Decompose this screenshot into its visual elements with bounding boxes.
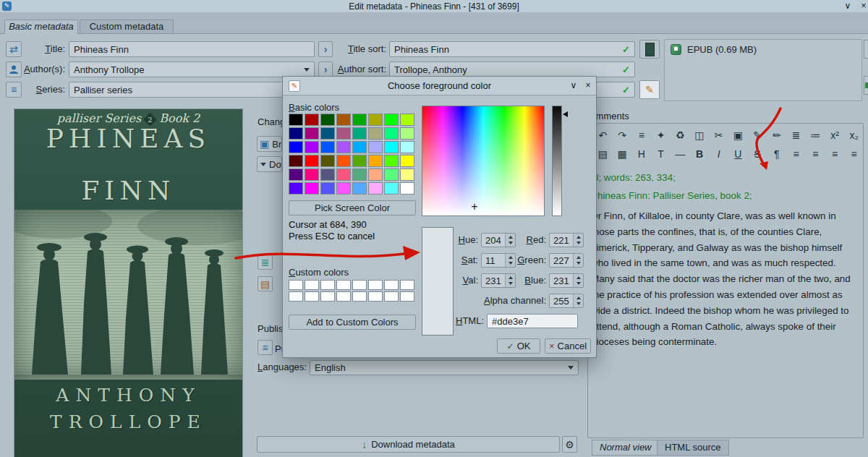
paste-icon[interactable]: ▣: [728, 127, 748, 143]
basic-color-swatch[interactable]: [305, 182, 319, 195]
custom-color-swatch[interactable]: [305, 280, 319, 290]
title-input[interactable]: Phineas Finn: [69, 41, 315, 57]
format-epub-row[interactable]: EPUB (0.69 MB): [665, 40, 861, 59]
basic-color-swatch[interactable]: [336, 141, 351, 153]
pencil-edit-button[interactable]: ✎: [639, 80, 660, 99]
custom-color-swatch[interactable]: [336, 291, 351, 302]
basic-color-swatch[interactable]: [320, 155, 335, 167]
subscript-icon[interactable]: x₂: [844, 127, 864, 143]
horizontal-rule-icon[interactable]: —: [671, 145, 690, 162]
custom-color-swatch[interactable]: [400, 291, 414, 302]
basic-color-swatch[interactable]: [305, 155, 319, 167]
foreground-color-icon[interactable]: ✎: [748, 127, 767, 143]
paragraph-icon[interactable]: ¶: [767, 145, 786, 162]
custom-color-swatch[interactable]: [368, 280, 383, 290]
change-case-icon[interactable]: T: [651, 145, 671, 162]
cancel-button[interactable]: × Cancel: [545, 338, 591, 354]
basic-color-swatch[interactable]: [289, 141, 303, 153]
html-input[interactable]: #dde3e7: [487, 314, 578, 328]
align-justify-icon[interactable]: ≡: [844, 145, 864, 162]
basic-color-swatch[interactable]: [352, 168, 367, 181]
basic-color-swatch[interactable]: [384, 168, 399, 181]
tab-normal-view[interactable]: Normal view: [592, 440, 660, 456]
hue-spinbox[interactable]: 204: [481, 233, 516, 247]
tab-basic-metadata[interactable]: Basic metadata: [4, 20, 78, 34]
close-dialog-button[interactable]: ×: [582, 80, 594, 91]
basic-color-swatch[interactable]: [289, 168, 303, 181]
basic-color-swatch[interactable]: [352, 155, 367, 167]
basic-color-swatch[interactable]: [384, 141, 399, 153]
basic-color-swatch[interactable]: [400, 141, 414, 153]
hue-spin-arrows[interactable]: [505, 234, 515, 247]
configure-download-button[interactable]: ⚙: [562, 436, 577, 453]
custom-color-swatch[interactable]: [352, 291, 367, 302]
value-slider[interactable]: [552, 106, 562, 216]
basic-color-swatch[interactable]: [289, 155, 303, 167]
metadata-tool-button-2[interactable]: ▤: [258, 276, 273, 291]
swap-title-author-button[interactable]: ⇄: [6, 41, 22, 57]
red-spin-arrows[interactable]: [573, 234, 583, 247]
blue-spinbox[interactable]: 231: [549, 273, 584, 288]
strikethrough-icon[interactable]: S: [748, 145, 767, 162]
basic-color-swatch[interactable]: [289, 182, 303, 195]
cover-thumbnail-button[interactable]: [639, 40, 660, 59]
copy-icon[interactable]: ◫: [690, 127, 710, 143]
sat-spinbox[interactable]: 11: [481, 253, 516, 268]
basic-color-swatch[interactable]: [368, 127, 383, 140]
red-spinbox[interactable]: 221: [549, 233, 584, 247]
basic-color-swatch[interactable]: [384, 114, 399, 126]
cut-icon[interactable]: ✂: [709, 127, 728, 143]
custom-color-swatch[interactable]: [352, 280, 367, 290]
format-tool-button-clipped[interactable]: [864, 40, 868, 59]
align-left-icon[interactable]: ≡: [786, 145, 806, 162]
tab-html-source[interactable]: HTML source: [657, 440, 729, 456]
background-color-icon[interactable]: ✏: [767, 127, 786, 143]
basic-color-swatch[interactable]: [400, 127, 414, 140]
bullet-list-icon[interactable]: ≔: [806, 127, 825, 143]
val-spinbox[interactable]: 231: [481, 273, 516, 288]
basic-color-swatch[interactable]: [336, 168, 351, 181]
basic-color-swatch[interactable]: [368, 168, 383, 181]
custom-color-swatch[interactable]: [320, 280, 335, 290]
basic-color-swatch[interactable]: [336, 114, 351, 126]
alpha-spin-arrows[interactable]: [573, 294, 583, 307]
green-spin-arrows[interactable]: [573, 254, 583, 267]
add-to-custom-colors-button[interactable]: Add to Custom Colors: [289, 315, 416, 330]
basic-color-swatch[interactable]: [305, 114, 319, 126]
basic-color-swatch[interactable]: [305, 141, 319, 153]
green-spinbox[interactable]: 227: [549, 253, 584, 268]
shade-window-button[interactable]: ∨: [842, 1, 854, 12]
basic-color-swatch[interactable]: [320, 182, 335, 195]
basic-color-swatch[interactable]: [336, 155, 351, 167]
bold-icon[interactable]: B: [690, 145, 710, 162]
ordered-list-icon[interactable]: ≣: [786, 127, 806, 143]
select-all-icon[interactable]: ≡: [631, 127, 651, 143]
basic-color-swatch[interactable]: [400, 168, 414, 181]
align-right-icon[interactable]: ≡: [825, 145, 845, 162]
superscript-icon[interactable]: x²: [825, 127, 845, 143]
basic-color-swatch[interactable]: [352, 114, 367, 126]
val-spin-arrows[interactable]: [505, 274, 515, 287]
basic-color-swatch[interactable]: [336, 127, 351, 140]
basic-color-swatch[interactable]: [400, 155, 414, 167]
basic-color-swatch[interactable]: [320, 168, 335, 181]
basic-color-swatch[interactable]: [352, 182, 367, 195]
remove-formatting-icon[interactable]: ✦: [651, 127, 671, 143]
basic-color-swatch[interactable]: [305, 127, 319, 140]
pick-screen-color-button[interactable]: Pick Screen Color: [289, 200, 416, 215]
sat-spin-arrows[interactable]: [505, 254, 515, 267]
basic-color-swatch[interactable]: [368, 114, 383, 126]
redo-icon[interactable]: ↷: [613, 127, 632, 143]
ok-button[interactable]: ✓ OK: [497, 338, 540, 354]
custom-color-swatch[interactable]: [289, 280, 303, 290]
custom-color-swatch[interactable]: [320, 291, 335, 302]
title-sort-input[interactable]: Phineas Finn ✓: [389, 41, 635, 57]
basic-color-swatch[interactable]: [400, 114, 414, 126]
basic-color-swatch[interactable]: [305, 168, 319, 181]
basic-color-swatch[interactable]: [368, 182, 383, 195]
close-window-button[interactable]: ×: [858, 1, 868, 12]
manage-series-button[interactable]: ≡: [6, 82, 22, 98]
custom-color-swatch[interactable]: [336, 280, 351, 290]
author-sort-input[interactable]: Trollope, Anthony ✓: [389, 61, 635, 77]
basic-color-swatch[interactable]: [400, 182, 414, 195]
